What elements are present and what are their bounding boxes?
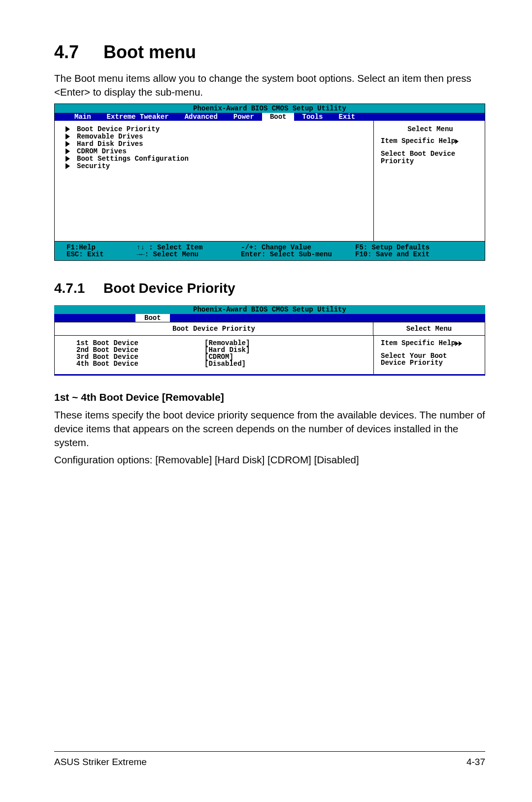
submenu-icon — [66, 126, 70, 132]
page-footer: ASUS Striker Extreme 4-37 — [54, 751, 485, 767]
bios-menubar: Main Extreme Tweaker Advanced Power Boot… — [55, 113, 485, 121]
chevron-right-icon — [455, 341, 459, 346]
help-line: Item Specific Help — [381, 340, 480, 347]
menu-boot[interactable]: Boot — [135, 314, 170, 322]
item-boot-settings-configuration[interactable]: Boot Settings Configuration — [66, 155, 371, 162]
menu-exit[interactable]: Exit — [331, 113, 364, 121]
option-key: 4th Boot Device — [76, 360, 204, 367]
bios-help-pane: Item Specific Help Select Your Boot Devi… — [373, 336, 485, 374]
section-intro: The Boot menu items allow you to change … — [54, 71, 485, 99]
item-label: Boot Device Priority — [77, 126, 160, 133]
help-line: Priority — [381, 158, 480, 165]
menu-power[interactable]: Power — [226, 113, 262, 121]
key-select-item: ↑↓ : Select Item — [136, 244, 229, 251]
help-pane-title: Select Menu — [381, 126, 480, 133]
item-cdrom-drives[interactable]: CDROM Drives — [66, 148, 371, 155]
item-label: Security — [77, 163, 110, 170]
section-number: 4.7 — [54, 42, 103, 63]
section-title: Boot menu — [103, 42, 196, 62]
item-hard-disk-drives[interactable]: Hard Disk Drives — [66, 140, 371, 147]
menu-advanced[interactable]: Advanced — [177, 113, 226, 121]
key-setup-defaults: F5: Setup Defaults — [355, 244, 484, 251]
key-save-exit: F10: Save and Exit — [355, 251, 484, 258]
bios-subheader: Boot Device Priority Select Menu — [54, 322, 485, 336]
key-exit: ESC: Exit — [66, 251, 125, 258]
subheader-left: Boot Device Priority — [55, 322, 373, 335]
item-security[interactable]: Security — [66, 163, 371, 170]
chevron-right-icon — [459, 341, 462, 346]
option-key: 2nd Boot Device — [76, 347, 204, 353]
option-3rd-boot-device[interactable]: 3rd Boot Device[CDROM] — [76, 353, 369, 360]
option-key: 1st Boot Device — [76, 340, 204, 347]
key-help: F1:Help — [66, 244, 125, 251]
option-value: [CDROM] — [204, 353, 233, 360]
menu-boot[interactable]: Boot — [262, 113, 295, 121]
option-key: 3rd Boot Device — [76, 353, 204, 360]
key-select-menu: →←: Select Menu — [136, 251, 229, 258]
submenu-icon — [66, 134, 70, 139]
option-2nd-boot-device[interactable]: 2nd Boot Device[Hard Disk] — [76, 347, 369, 353]
menu-tools[interactable]: Tools — [294, 113, 331, 121]
option-value: [Disabled] — [204, 360, 246, 367]
option-4th-boot-device[interactable]: 4th Boot Device[Disabled] — [76, 360, 369, 367]
menu-main[interactable]: Main — [60, 113, 99, 121]
help-line: Device Priority — [381, 359, 480, 366]
option-description: These items specify the boot device prio… — [54, 408, 485, 449]
item-boot-device-priority[interactable]: Boot Device Priority — [66, 126, 371, 133]
option-value: [Removable] — [204, 340, 250, 347]
submenu-icon — [66, 163, 70, 169]
bios-boot-device-priority: Phoenix-Award BIOS CMOS Setup Utility Bo… — [54, 305, 485, 376]
item-removable-drives[interactable]: Removable Drives — [66, 133, 371, 140]
chevron-right-icon — [455, 139, 459, 144]
bios-title: Phoenix-Award BIOS CMOS Setup Utility — [55, 104, 485, 113]
bios-title: Phoenix-Award BIOS CMOS Setup Utility — [54, 305, 485, 314]
help-line: Item Specific Help — [381, 138, 480, 144]
help-line: Select Your Boot — [381, 352, 480, 359]
key-select-submenu: Enter: Select Sub-menu — [241, 251, 343, 258]
subsection-number: 4.7.1 — [54, 280, 103, 296]
footer-page-number: 4-37 — [466, 757, 485, 767]
menu-extreme-tweaker[interactable]: Extreme Tweaker — [99, 113, 177, 121]
bios-boot-menu: Phoenix-Award BIOS CMOS Setup Utility Ma… — [54, 104, 485, 261]
subheader-right: Select Menu — [373, 322, 485, 335]
help-text: Item Specific Help — [381, 339, 455, 347]
bios-footer: F1:Help ESC: Exit ↑↓ : Select Item →←: S… — [55, 242, 485, 260]
bios-left-pane: Boot Device Priority Removable Drives Ha… — [55, 121, 373, 241]
item-label: Boot Settings Configuration — [77, 155, 189, 162]
submenu-icon — [66, 156, 70, 162]
footer-product: ASUS Striker Extreme — [54, 757, 147, 767]
help-line: Select Boot Device — [381, 150, 480, 157]
submenu-icon — [66, 148, 70, 154]
section-heading: 4.7Boot menu — [54, 42, 485, 63]
option-heading: 1st ~ 4th Boot Device [Removable] — [54, 391, 485, 403]
submenu-icon — [66, 141, 70, 147]
bios-menubar: Boot — [54, 314, 485, 322]
help-text: Item Specific Help — [381, 137, 455, 145]
option-1st-boot-device[interactable]: 1st Boot Device[Removable] — [76, 340, 369, 347]
item-label: CDROM Drives — [77, 148, 127, 155]
subsection-heading: 4.7.1Boot Device Priority — [54, 280, 485, 296]
bios-options-pane: 1st Boot Device[Removable] 2nd Boot Devi… — [55, 336, 373, 374]
dashed-divider — [54, 374, 485, 376]
key-change-value: -/+: Change Value — [241, 244, 343, 251]
bios-help-pane: Select Menu Item Specific Help Select Bo… — [373, 121, 485, 241]
option-value: [Hard Disk] — [204, 347, 250, 353]
item-label: Removable Drives — [77, 133, 143, 140]
option-config: Configuration options: [Removable] [Hard… — [54, 453, 485, 467]
subsection-title: Boot Device Priority — [103, 280, 235, 296]
item-label: Hard Disk Drives — [77, 140, 143, 147]
